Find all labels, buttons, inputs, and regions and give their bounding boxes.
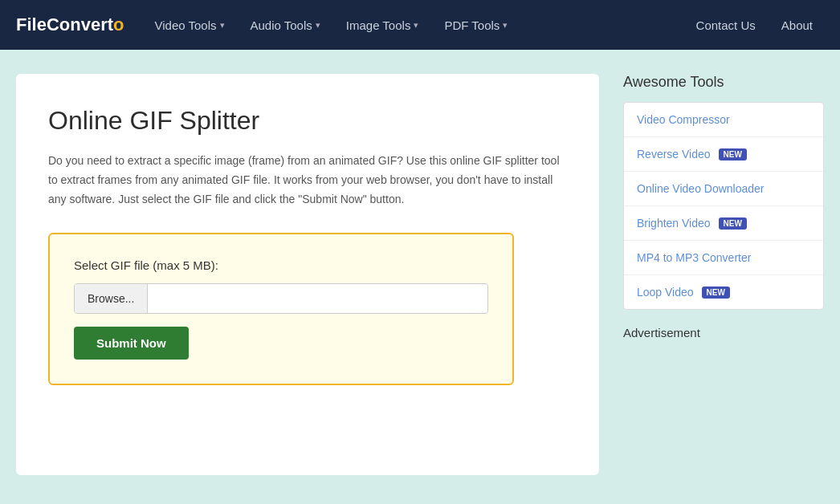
list-item[interactable]: Brighten VideoNEW (624, 206, 823, 241)
new-badge: NEW (719, 148, 747, 161)
submit-button[interactable]: Submit Now (74, 327, 189, 360)
list-item[interactable]: Reverse VideoNEW (624, 137, 823, 172)
upload-label: Select GIF file (max 5 MB): (74, 258, 488, 272)
sidebar: Awesome Tools Video CompressorReverse Vi… (623, 74, 824, 475)
site-logo[interactable]: FileConverto (16, 14, 124, 35)
nav-audio-tools[interactable]: Audio Tools ▾ (239, 12, 332, 39)
chevron-down-icon: ▾ (220, 20, 225, 30)
nav-contact-us[interactable]: Contact Us (685, 12, 767, 39)
page-title: Online GIF Splitter (48, 106, 567, 136)
advertisement-title: Advertisement (623, 326, 824, 339)
nav-pdf-tools[interactable]: PDF Tools ▾ (433, 12, 519, 39)
list-item[interactable]: Online Video Downloader (624, 172, 823, 206)
nav-video-tools[interactable]: Video Tools ▾ (143, 12, 235, 39)
browse-button[interactable]: Browse... (75, 284, 148, 313)
list-item[interactable]: Loop VideoNEW (624, 275, 823, 309)
tool-label: Video Compressor (637, 113, 730, 126)
chevron-down-icon: ▾ (503, 20, 508, 30)
tool-label: Reverse Video (637, 148, 711, 161)
logo-highlight: o (113, 14, 124, 35)
tool-label: Online Video Downloader (637, 182, 765, 195)
list-item[interactable]: MP4 to MP3 Converter (624, 241, 823, 275)
sidebar-tools-title: Awesome Tools (623, 74, 824, 91)
list-item[interactable]: Video Compressor (624, 103, 823, 137)
main-content: Online GIF Splitter Do you need to extra… (16, 74, 599, 475)
file-input-row: Browse... (74, 283, 488, 314)
new-badge: NEW (719, 217, 747, 230)
upload-box: Select GIF file (max 5 MB): Browse... Su… (48, 233, 514, 385)
new-badge: NEW (702, 287, 730, 299)
tool-label: MP4 to MP3 Converter (637, 251, 751, 264)
chevron-down-icon: ▾ (414, 20, 418, 30)
file-name-display (148, 291, 487, 307)
tool-label: Brighten Video (637, 217, 711, 230)
chevron-down-icon: ▾ (316, 20, 320, 30)
page-wrapper: Online GIF Splitter Do you need to extra… (0, 50, 840, 499)
navbar: FileConverto Video Tools ▾ Audio Tools ▾… (0, 0, 840, 50)
tools-list: Video CompressorReverse VideoNEWOnline V… (623, 102, 824, 310)
page-description: Do you need to extract a specific image … (48, 152, 567, 209)
tool-label: Loop Video (637, 286, 694, 299)
nav-image-tools[interactable]: Image Tools ▾ (335, 12, 430, 39)
nav-about[interactable]: About (770, 12, 824, 39)
